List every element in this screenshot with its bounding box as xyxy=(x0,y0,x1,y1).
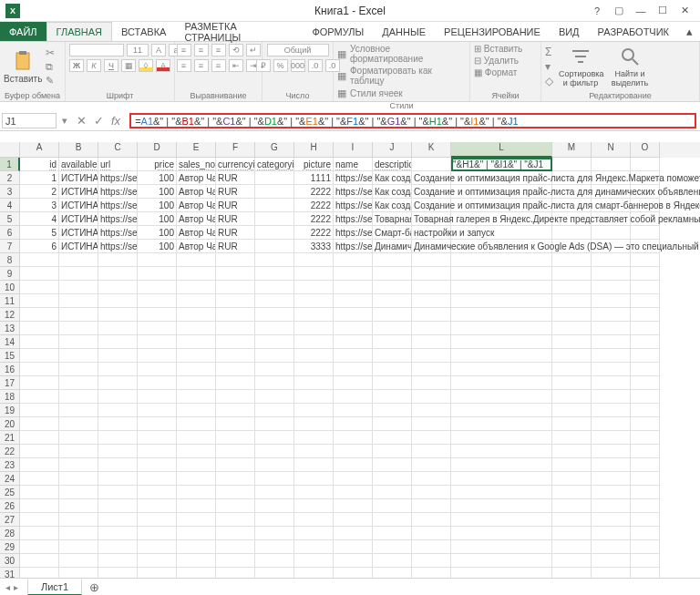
cell[interactable]: Автор Чан xyxy=(177,171,216,185)
col-header-M[interactable]: M xyxy=(552,142,592,158)
tab-view[interactable]: ВИД xyxy=(550,22,589,41)
tab-developer[interactable]: РАЗРАБОТЧИК xyxy=(589,22,678,41)
cell[interactable] xyxy=(451,540,552,554)
cell[interactable] xyxy=(373,376,412,390)
cell[interactable] xyxy=(98,253,138,267)
cell[interactable] xyxy=(138,376,177,390)
insert-cells-button[interactable]: ⊞ Вставить xyxy=(474,44,537,54)
cell[interactable]: RUR xyxy=(216,240,255,253)
cell[interactable] xyxy=(177,349,216,363)
cell[interactable] xyxy=(216,404,255,417)
cell[interactable] xyxy=(294,363,334,376)
cell[interactable] xyxy=(20,294,59,308)
cell[interactable] xyxy=(451,363,552,376)
cell[interactable]: https://se xyxy=(98,212,138,226)
row-header[interactable]: 20 xyxy=(0,417,20,431)
format-table-icon[interactable]: ▦ xyxy=(337,70,346,82)
namebox-dropdown-icon[interactable]: ▾ xyxy=(58,111,71,130)
cell[interactable] xyxy=(255,390,294,404)
cell[interactable] xyxy=(552,499,592,513)
cell[interactable] xyxy=(334,294,373,308)
sheet-nav-first-icon[interactable]: ◂ xyxy=(5,582,10,592)
align-left-icon[interactable]: ≡ xyxy=(177,59,191,72)
cell[interactable] xyxy=(631,499,660,513)
cell[interactable]: 100 xyxy=(138,212,177,226)
cell[interactable] xyxy=(373,335,412,349)
cell[interactable]: Создание и оптимизация прайс-листа для с… xyxy=(412,199,451,212)
row-header[interactable]: 1 xyxy=(0,158,20,171)
cell[interactable]: Как созда xyxy=(373,185,412,199)
cell[interactable] xyxy=(177,431,216,445)
cell[interactable] xyxy=(294,267,334,281)
col-header-G[interactable]: G xyxy=(255,142,294,158)
row-header[interactable]: 13 xyxy=(0,322,20,335)
cell[interactable] xyxy=(20,486,59,499)
cell[interactable] xyxy=(592,349,631,363)
cell[interactable] xyxy=(592,253,631,267)
cell[interactable] xyxy=(631,376,660,390)
cell[interactable] xyxy=(59,513,98,527)
cell[interactable] xyxy=(138,540,177,554)
cell[interactable] xyxy=(98,404,138,417)
cell[interactable] xyxy=(294,390,334,404)
cell[interactable] xyxy=(552,554,592,568)
row-header[interactable]: 23 xyxy=(0,458,20,472)
cell[interactable]: 2222 xyxy=(294,226,334,240)
cell[interactable] xyxy=(592,376,631,390)
cell[interactable] xyxy=(592,540,631,554)
cell[interactable] xyxy=(177,499,216,513)
cell[interactable] xyxy=(631,513,660,527)
cell[interactable] xyxy=(592,458,631,472)
cell[interactable] xyxy=(294,281,334,294)
cell[interactable] xyxy=(255,281,294,294)
cell[interactable] xyxy=(412,294,451,308)
currency-icon[interactable]: ₽ xyxy=(256,59,271,72)
cell[interactable] xyxy=(451,472,552,486)
cell[interactable]: url xyxy=(98,158,138,171)
cell[interactable] xyxy=(59,445,98,458)
cell[interactable] xyxy=(552,226,592,240)
cell[interactable] xyxy=(631,445,660,458)
cell[interactable]: https://se xyxy=(334,185,373,199)
cell[interactable] xyxy=(138,445,177,458)
delete-cells-button[interactable]: ⊟ Удалить xyxy=(474,56,537,66)
cell[interactable] xyxy=(373,486,412,499)
cell[interactable] xyxy=(98,472,138,486)
cell[interactable] xyxy=(177,554,216,568)
cell[interactable] xyxy=(216,458,255,472)
cell[interactable] xyxy=(98,431,138,445)
cell[interactable] xyxy=(334,308,373,322)
autosum-icon[interactable]: Σ xyxy=(545,46,553,58)
cell[interactable] xyxy=(552,417,592,431)
col-header-N[interactable]: N xyxy=(592,142,631,158)
cell[interactable] xyxy=(20,335,59,349)
cell[interactable] xyxy=(20,308,59,322)
cell[interactable] xyxy=(216,322,255,335)
cell[interactable] xyxy=(412,404,451,417)
cell[interactable] xyxy=(631,554,660,568)
cell[interactable] xyxy=(294,335,334,349)
cell[interactable] xyxy=(631,540,660,554)
cell[interactable] xyxy=(552,486,592,499)
cell[interactable] xyxy=(552,158,592,171)
cell[interactable] xyxy=(592,404,631,417)
cell[interactable] xyxy=(334,322,373,335)
cell[interactable]: 100 xyxy=(138,185,177,199)
cell[interactable] xyxy=(177,486,216,499)
format-table-button[interactable]: Форматировать как таблицу xyxy=(350,66,466,86)
col-header-L[interactable]: L xyxy=(451,142,552,158)
cell[interactable] xyxy=(631,363,660,376)
border-button[interactable]: ▦ xyxy=(121,59,136,72)
cell[interactable] xyxy=(412,253,451,267)
cell[interactable] xyxy=(177,267,216,281)
cell[interactable]: Динамические объявления к Google Ads (DS… xyxy=(412,240,451,253)
cell[interactable] xyxy=(451,322,552,335)
cell[interactable] xyxy=(373,499,412,513)
row-header[interactable]: 14 xyxy=(0,335,20,349)
cell[interactable] xyxy=(334,349,373,363)
cell[interactable] xyxy=(98,349,138,363)
cell[interactable] xyxy=(334,554,373,568)
cell[interactable] xyxy=(216,431,255,445)
cell[interactable] xyxy=(255,212,294,226)
cell[interactable] xyxy=(20,253,59,267)
